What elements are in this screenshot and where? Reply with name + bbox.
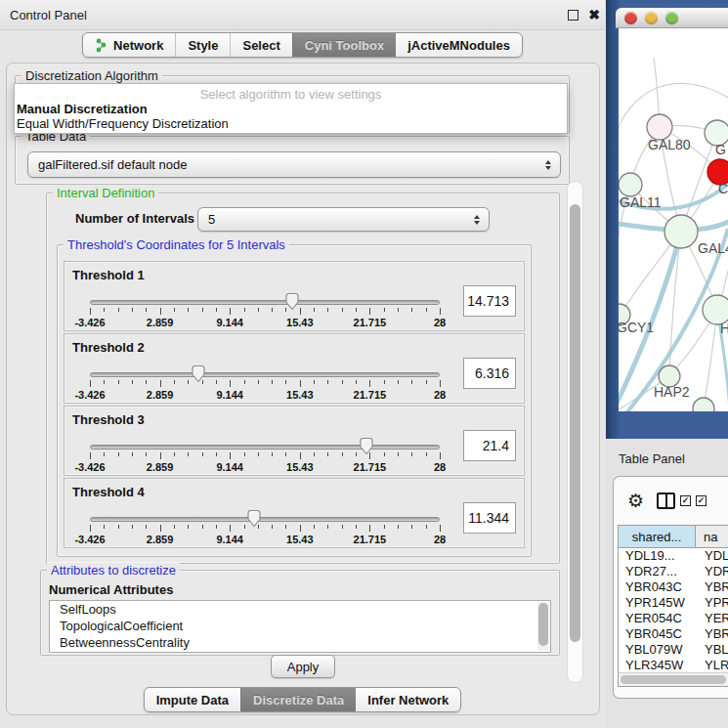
table-row[interactable]: YDR27...YDR2 [619, 564, 728, 579]
threshold-4-panel: Threshold 4 -3.4262.8599.14415.4321.7152… [64, 478, 525, 548]
threshold-slider[interactable]: -3.4262.8599.14415.4321.71528 [90, 517, 440, 545]
table-row[interactable]: YBL079WYBL0 [619, 642, 728, 658]
float-button[interactable] [562, 4, 583, 25]
scrollbar-thumb[interactable] [538, 603, 548, 646]
scrollbar-thumb[interactable] [621, 675, 726, 684]
dropdown-option-equal-width-frequency[interactable]: Equal Width/Frequency Discretization [15, 116, 567, 131]
table-row[interactable]: YER054CYER0 [619, 611, 728, 626]
tab-label: Cyni Toolbox [305, 38, 384, 53]
network-node-label: GCY1 [619, 320, 654, 335]
minimize-traffic-light[interactable] [645, 12, 658, 24]
threshold-value-field[interactable]: 11.344 [463, 502, 516, 534]
table-panel-title: Table Panel [619, 451, 685, 466]
scrollbar-thumb[interactable] [570, 204, 580, 642]
threshold-value-field[interactable]: 14.713 [463, 285, 516, 317]
checkbox-icon[interactable]: ✓ [696, 495, 707, 506]
float-icon [568, 10, 578, 21]
threshold-value-field[interactable]: 21.4 [463, 430, 516, 461]
network-node[interactable] [619, 173, 642, 196]
close-traffic-light[interactable] [624, 12, 637, 24]
network-node[interactable] [664, 215, 698, 248]
tab-style[interactable]: Style [175, 33, 230, 57]
slider-track[interactable] [90, 300, 440, 305]
app-root: Control Panel ✖ Network Style Select Cyn… [0, 0, 728, 728]
tab-label: Infer Network [367, 693, 449, 707]
network-node-label: H [720, 321, 728, 336]
top-tab-group: Network Style Select Cyni Toolbox jActiv… [82, 32, 523, 58]
tab-label: Select [242, 38, 279, 53]
column-header-name[interactable]: na [696, 526, 728, 547]
network-icon [95, 38, 107, 53]
control-panel: Control Panel ✖ Network Style Select Cyn… [0, 0, 605, 728]
table-hscrollbar[interactable] [619, 672, 728, 686]
tab-jactivemnodules[interactable]: jActiveMNodules [396, 33, 522, 57]
combo-arrows-icon [545, 160, 551, 170]
interval-definition-group: Interval Definition Number of Intervals … [46, 193, 560, 564]
network-view-window: GAL80GCGAL11GAL4GCY1HHAP2 [606, 0, 728, 439]
dropdown-hint: Select algorithm to view settings [15, 87, 567, 102]
close-button[interactable]: ✖ [583, 4, 605, 25]
tab-cyni-toolbox[interactable]: Cyni Toolbox [292, 33, 396, 57]
panel-title: Control Panel [10, 8, 562, 22]
table-row[interactable]: YPR145WYPR1 [619, 595, 728, 611]
network-canvas[interactable]: GAL80GCGAL11GAL4GCY1HHAP2 [619, 28, 728, 411]
attribute-item[interactable]: TopologicalCoefficient [50, 618, 550, 634]
checkbox-icon[interactable]: ✓ [680, 495, 691, 506]
threshold-value-field[interactable]: 6.316 [463, 358, 516, 389]
dropdown-option-manual-discretization[interactable]: Manual Discretization [15, 102, 567, 116]
table-row[interactable]: YBR043CYBR0 [619, 579, 728, 595]
group-title: Interval Definition [53, 186, 158, 200]
slider-track[interactable] [90, 445, 440, 450]
network-node-label: HAP2 [654, 384, 690, 400]
table-row[interactable]: YBR045CYBR0 [619, 626, 728, 642]
numerical-attributes-list[interactable]: SelfLoopsTopologicalCoefficientBetweenne… [49, 600, 551, 653]
cyni-settings-panel: Discretization Algorithm Select algorith… [6, 63, 600, 715]
threshold-label: Threshold 1 [72, 268, 145, 282]
list-scrollbar[interactable] [537, 602, 549, 651]
zoom-traffic-light[interactable] [665, 12, 678, 24]
table-row[interactable]: YLR345WYLR3 [619, 658, 728, 673]
table-data-combobox[interactable]: galFiltered.sif default node [27, 151, 561, 178]
slider-ticks [90, 525, 440, 533]
slider-tick-labels: -3.4262.8599.14415.4321.71528 [90, 317, 440, 328]
tab-select[interactable]: Select [230, 33, 291, 57]
slider-track[interactable] [90, 517, 440, 522]
table-row[interactable]: YDL19...YDL1 [619, 548, 728, 564]
slider-track[interactable] [90, 372, 440, 377]
network-node[interactable] [693, 398, 714, 411]
column-header-shared-name[interactable]: shared... [619, 526, 696, 547]
network-node-label: GAL4 [698, 240, 728, 256]
table-panel-toolbar: ⚙ ✓ ✓ [614, 485, 728, 516]
network-node-label: GAL80 [648, 137, 691, 152]
numerical-attributes-label: Numerical Attributes [49, 582, 173, 597]
table-data-value: galFiltered.sif default node [38, 157, 187, 172]
tab-network[interactable]: Network [83, 33, 175, 57]
threshold-slider[interactable]: -3.4262.8599.14415.4321.71528 [90, 445, 440, 473]
bottom-tab-bar: Impute Data Discretize Data Infer Networ… [0, 687, 605, 712]
tab-discretize-data[interactable]: Discretize Data [240, 688, 356, 711]
threshold-slider[interactable]: -3.4262.8599.14415.4321.71528 [90, 300, 440, 328]
network-node-label: G [715, 142, 726, 157]
settings-scrollbar[interactable] [567, 181, 583, 683]
gear-icon[interactable]: ⚙ [627, 492, 644, 510]
threshold-2-panel: Threshold 2 -3.4262.8599.14415.4321.7152… [64, 333, 525, 404]
threshold-3-panel: Threshold 3 -3.4262.8599.14415.4321.7152… [64, 406, 525, 476]
thresholds-group: Threshold's Coordinates for 5 Intervals … [57, 244, 532, 557]
slider-ticks [90, 308, 440, 316]
apply-button[interactable]: Apply [271, 655, 335, 678]
group-title: Attributes to discretize [47, 563, 180, 578]
slider-tick-labels: -3.4262.8599.14415.4321.71528 [90, 534, 440, 545]
slider-tick-labels: -3.4262.8599.14415.4321.71528 [90, 461, 440, 473]
threshold-1-panel: Threshold 1 -3.4262.8599.14415.4321.7152… [64, 261, 525, 331]
threshold-slider[interactable]: -3.4262.8599.14415.4321.71528 [90, 372, 440, 401]
tab-impute-data[interactable]: Impute Data [145, 688, 240, 711]
columns-icon[interactable] [657, 492, 675, 509]
attribute-item[interactable]: SelfLoops [50, 601, 550, 618]
table-header: shared... na [619, 526, 728, 548]
algorithm-dropdown-popup: Select algorithm to view settings Manual… [14, 83, 568, 134]
attribute-item[interactable]: BetweennessCentrality [50, 634, 550, 651]
number-of-intervals-combobox[interactable]: 5 [197, 207, 490, 232]
number-of-intervals-value: 5 [208, 212, 215, 227]
network-node-label: GAL11 [620, 194, 662, 210]
tab-infer-network[interactable]: Infer Network [356, 688, 460, 711]
